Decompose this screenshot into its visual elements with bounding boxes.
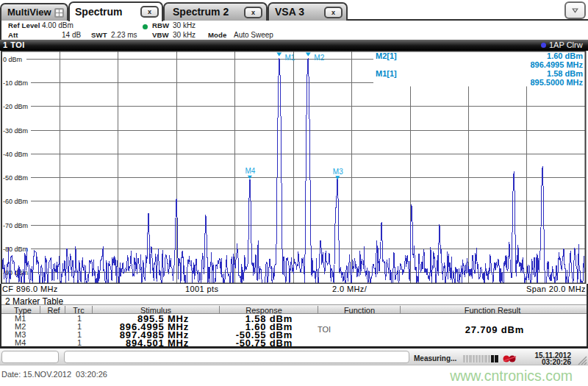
svg-text:M4: M4 [245, 167, 256, 175]
svg-text:-40 dBm: -40 dBm [3, 151, 28, 158]
svg-text:-50 dBm: -50 dBm [3, 174, 28, 182]
svg-text:-60 dBm: -60 dBm [3, 198, 28, 205]
svg-text:-10 dBm: -10 dBm [3, 79, 28, 87]
svg-text:-80 dBm: -80 dBm [3, 246, 28, 253]
svg-text:-70 dBm: -70 dBm [3, 222, 28, 229]
svg-text:-20 dBm: -20 dBm [3, 103, 28, 110]
svg-text:M2: M2 [314, 54, 324, 62]
svg-text:-30 dBm: -30 dBm [3, 127, 28, 135]
svg-text:M1: M1 [285, 54, 295, 62]
svg-text:0 dBm: 0 dBm [3, 56, 22, 63]
svg-text:M3: M3 [333, 168, 343, 176]
